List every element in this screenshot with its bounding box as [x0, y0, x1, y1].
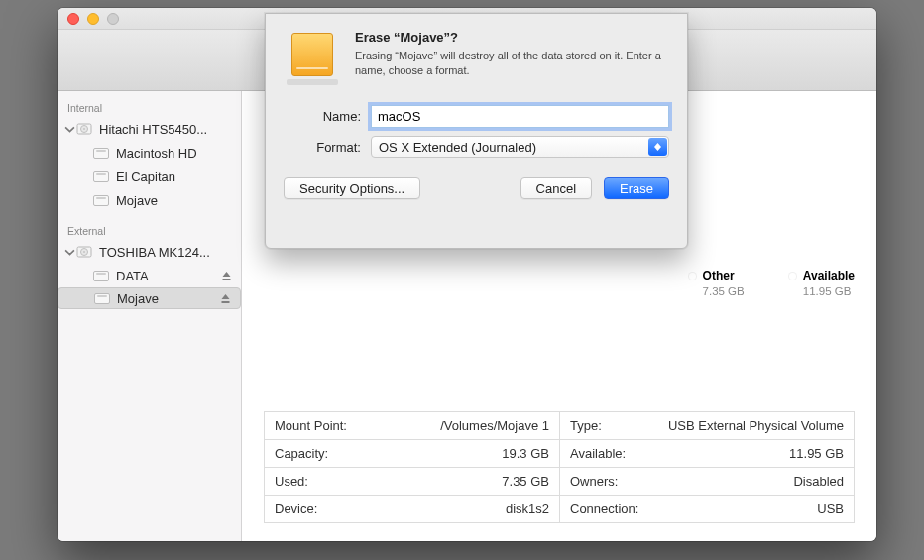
svg-point-8 — [83, 128, 85, 130]
dot-icon — [688, 272, 697, 280]
format-row: Format: OS X Extended (Journaled) — [284, 136, 669, 158]
dialog-title: Erase “Mojave”? — [355, 30, 669, 45]
volume-icon — [94, 293, 110, 304]
volume-icon — [93, 195, 109, 206]
name-input[interactable] — [371, 105, 669, 128]
format-label: Format: — [284, 140, 361, 155]
sidebar: Internal Hitachi HTS5450... Macintosh HD… — [58, 91, 242, 541]
eject-icon[interactable] — [221, 271, 232, 281]
usage-other: Other 7.35 GB — [688, 269, 745, 297]
volume-icon — [93, 148, 109, 159]
sidebar-disk-internal[interactable]: Hitachi HTS5450... — [58, 117, 241, 141]
disk-utility-window: Disk Utility First Aid Partition Erase U… — [58, 8, 876, 541]
updown-icon — [648, 138, 667, 156]
hdd-icon — [76, 244, 92, 260]
sidebar-volume-mojave-external[interactable]: Mojave — [58, 287, 241, 309]
sidebar-volume-el-capitan[interactable]: El Capitan — [58, 165, 241, 188]
chevron-down-icon — [64, 124, 75, 135]
external-drive-icon — [284, 30, 341, 87]
dialog-description: Erasing “Mojave” will destroy all of the… — [355, 49, 669, 78]
sidebar-heading-external: External — [58, 220, 241, 240]
info-table: Mount Point:/Volumes/Mojave 1 Type:USB E… — [264, 411, 855, 523]
name-row: Name: — [284, 105, 669, 128]
chevron-down-icon — [64, 247, 75, 258]
format-select[interactable]: OS X Extended (Journaled) — [371, 136, 669, 158]
sidebar-volume-data[interactable]: DATA — [58, 264, 241, 287]
sidebar-volume-mojave-internal[interactable]: Mojave — [58, 188, 241, 212]
sidebar-volume-macintosh-hd[interactable]: Macintosh HD — [58, 141, 241, 165]
dot-icon — [788, 272, 797, 280]
sidebar-heading-internal: Internal — [58, 97, 241, 117]
usage-summary: Other 7.35 GB Available 11.95 GB — [688, 269, 855, 297]
erase-button[interactable]: Erase — [604, 177, 669, 199]
name-label: Name: — [284, 109, 361, 124]
volume-icon — [93, 171, 109, 182]
usage-available: Available 11.95 GB — [788, 269, 855, 297]
volume-icon — [93, 271, 109, 281]
svg-point-11 — [83, 251, 85, 253]
erase-dialog: Erase “Mojave”? Erasing “Mojave” will de… — [265, 13, 688, 249]
security-options-button[interactable]: Security Options... — [284, 177, 420, 199]
eject-icon[interactable] — [220, 293, 231, 304]
sidebar-disk-external[interactable]: TOSHIBA MK124... — [58, 240, 241, 264]
hdd-icon — [76, 121, 92, 137]
cancel-button[interactable]: Cancel — [520, 177, 592, 199]
